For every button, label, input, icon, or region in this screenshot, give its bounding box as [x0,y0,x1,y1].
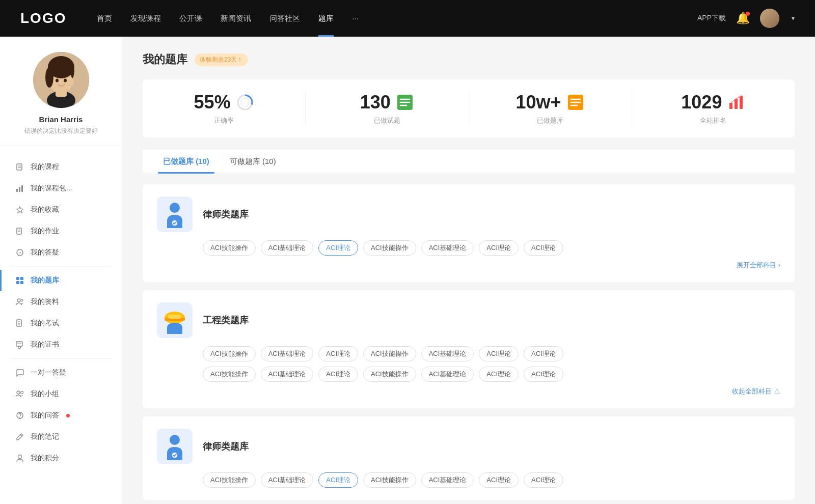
tag-3-7[interactable]: ACI理论 [524,472,563,488]
svg-text:?: ? [19,251,21,256]
tag-3-5[interactable]: ACI基础理论 [421,472,474,488]
tag-2b-2[interactable]: ACI基础理论 [261,367,314,382]
sidebar-item-my-data[interactable]: 我的资料 [0,291,122,313]
sidebar-item-my-answers[interactable]: 我的问答 [0,405,122,426]
sidebar-label-my-packages: 我的课程包... [31,184,72,193]
collapse-link-2[interactable]: 收起全部科目 △ [157,387,780,396]
sidebar-item-my-qa[interactable]: ? 我的答疑 [0,242,122,263]
nav-link-news[interactable]: 新闻资讯 [221,14,251,23]
sidebar-item-my-packages[interactable]: 我的课程包... [0,178,122,199]
tag-2a-3[interactable]: ACI理论 [318,346,358,361]
tag-3-4[interactable]: ACI技能操作 [363,472,416,488]
pie-chart-icon [236,93,254,111]
tag-1-5[interactable]: ACI基础理论 [421,240,474,256]
divider-1 [10,266,112,267]
svg-rect-52 [729,103,732,109]
nav-link-questions[interactable]: 题库 [318,14,334,23]
bar-red-icon [727,93,745,111]
pen-icon [15,432,24,441]
divider-2 [10,358,112,359]
sidebar-item-my-exam[interactable]: 我的考试 [0,313,122,334]
tag-2a-1[interactable]: ACI技能操作 [203,346,256,361]
svg-rect-53 [735,99,738,109]
tag-3-1[interactable]: ACI技能操作 [203,472,256,488]
stat-top-banks: 10w+ [516,92,585,113]
navbar: LOGO 首页 发现课程 公开课 新闻资讯 问答社区 题库 ··· APP下载 … [0,0,815,37]
cert-icon [15,340,24,349]
main-content: 我的题库 体验剩余23天！ 55% 正确率 [122,37,815,504]
nav-link-more[interactable]: ··· [352,14,359,23]
sidebar-label-my-notes: 我的笔记 [31,432,59,441]
tab-todo-banks[interactable]: 可做题库 (10) [220,150,286,174]
svg-point-38 [19,417,20,418]
tag-1-3[interactable]: ACI理论 [318,240,358,256]
stat-label-rank: 全站排名 [700,116,726,125]
tag-3-2[interactable]: ACI基础理论 [261,472,314,488]
nav-link-qa[interactable]: 问答社区 [269,14,300,23]
tag-3-3[interactable]: ACI理论 [318,472,358,488]
tag-2b-5[interactable]: ACI基础理论 [421,367,474,382]
nav-link-open[interactable]: 公开课 [179,14,202,23]
stat-label-correct: 正确率 [214,116,234,125]
tag-1-6[interactable]: ACI理论 [479,240,519,256]
edit-icon [15,227,24,236]
tag-2a-7[interactable]: ACI理论 [524,346,563,361]
profile-avatar[interactable] [33,52,89,108]
sidebar-item-my-notes[interactable]: 我的笔记 [0,426,122,447]
tag-1-7[interactable]: ACI理论 [524,240,563,256]
person-icon [15,454,24,463]
app-download-button[interactable]: APP下载 [697,14,726,23]
expand-link-1[interactable]: 展开全部科目 › [157,261,780,270]
sidebar-item-my-favorites[interactable]: 我的收藏 [0,199,122,220]
nav-link-home[interactable]: 首页 [97,14,112,23]
stat-value-rank: 1029 [681,92,722,113]
nav-links: 首页 发现课程 公开课 新闻资讯 问答社区 题库 ··· [97,14,697,23]
tag-2b-1[interactable]: ACI技能操作 [203,367,256,382]
tag-2a-2[interactable]: ACI基础理论 [261,346,314,361]
profile-dropdown-caret[interactable]: ▾ [792,15,795,22]
svg-point-60 [170,435,180,445]
tags-row-3: ACI技能操作 ACI基础理论 ACI理论 ACI技能操作 ACI基础理论 AC… [203,472,780,488]
tag-1-4[interactable]: ACI技能操作 [363,240,416,256]
tag-2a-6[interactable]: ACI理论 [479,346,519,361]
sidebar-label-my-qa: 我的答疑 [31,248,59,257]
nav-link-discover[interactable]: 发现课程 [130,14,161,23]
sidebar-label-my-courses: 我的课程 [31,162,59,172]
stat-top-correct: 55% [194,92,254,113]
tag-2b-6[interactable]: ACI理论 [479,367,519,382]
notification-bell[interactable]: 🔔 [736,12,750,25]
tag-2a-5[interactable]: ACI基础理论 [421,346,474,361]
tag-1-2[interactable]: ACI基础理论 [261,240,314,256]
sidebar-item-my-homework[interactable]: 我的作业 [0,220,122,242]
tag-3-6[interactable]: ACI理论 [479,472,519,488]
sidebar-item-my-points[interactable]: 我的积分 [0,447,122,469]
lawyer-icon-1 [157,197,193,232]
qbank-title-3: 律师类题库 [203,440,249,453]
sidebar-label-my-group: 我的小组 [31,389,59,399]
qbank-header-3: 律师类题库 [157,429,780,464]
sidebar-item-my-cert[interactable]: 我的证书 [0,334,122,355]
stat-banks-done: 10w+ 已做题库 [469,92,632,125]
svg-point-26 [17,299,20,302]
tag-2b-4[interactable]: ACI技能操作 [363,367,416,382]
tag-2b-3[interactable]: ACI理论 [318,367,358,382]
tag-2a-4[interactable]: ACI技能操作 [363,346,416,361]
page-header: 我的题库 体验剩余23天！ [143,52,795,67]
qbank-header-1: 律师类题库 [157,197,780,232]
qbank-card-lawyer-2: 律师类题库 ACI技能操作 ACI基础理论 ACI理论 ACI技能操作 ACI基… [143,416,795,500]
tag-1-1[interactable]: ACI技能操作 [203,240,256,256]
sidebar-item-my-courses[interactable]: 我的课程 [0,156,122,178]
svg-marker-16 [17,207,23,213]
svg-point-8 [64,79,67,82]
avatar[interactable] [760,9,779,28]
sidebar-item-my-questions[interactable]: 我的题库 [0,270,122,291]
sidebar-item-one-on-one[interactable]: 一对一答疑 [0,362,122,383]
qbank-title-2: 工程类题库 [203,314,249,326]
sidebar-item-my-group[interactable]: 我的小组 [0,383,122,405]
svg-rect-23 [20,277,23,280]
tag-2b-7[interactable]: ACI理论 [524,367,563,382]
nav-logo: LOGO [20,10,66,26]
svg-point-7 [56,79,59,82]
tab-done-banks[interactable]: 已做题库 (10) [153,150,220,174]
tags-row-1: ACI技能操作 ACI基础理论 ACI理论 ACI技能操作 ACI基础理论 AC… [203,240,780,256]
